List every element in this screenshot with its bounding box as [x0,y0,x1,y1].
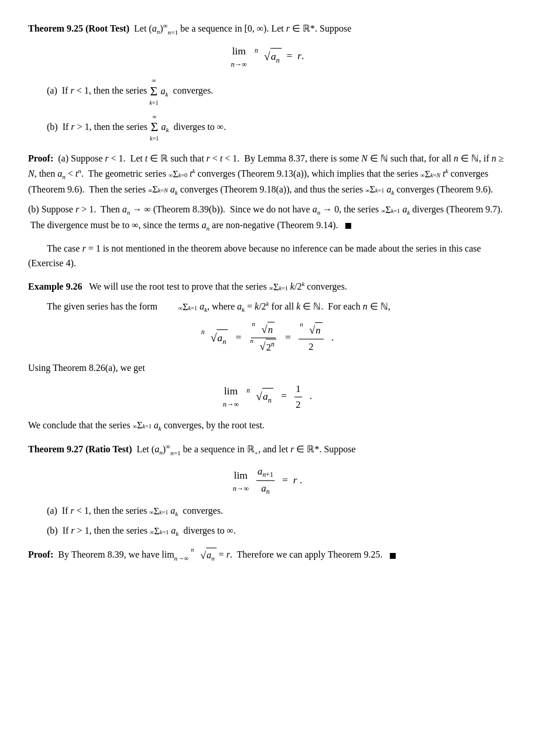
example-926-text2: The given series has the form ∞Σk=1 ak, … [28,299,507,315]
theorem-925-limit: lim n→∞ n √an = r. [28,43,507,70]
example-926-limit: lim n→∞ n √an = 1 2 . [28,382,507,413]
theorem-927-limit: lim n→∞ an+1 an = r . [28,464,507,498]
example-926-text3: Using Theorem 8.26(a), we get [28,361,507,376]
remark-r1: The case r = 1 is not mentioned in the t… [28,242,507,271]
example-926-conclude: We conclude that the series ∞Σk=1 ak con… [28,418,507,434]
example-926-text1: Example 9.26 We will use the root test t… [28,279,507,294]
theorem-927: Theorem 9.27 (Ratio Test) Let (an)∞n=1 b… [28,442,507,539]
proof-925-text-b: (b) Suppose r > 1. Then an → ∞ (Theorem … [28,202,507,233]
qed-square [345,223,351,229]
proof-927: Proof: By Theorem 8.39, we have limn→∞ n… [28,548,507,564]
proof-927-text: Proof: By Theorem 8.39, we have limn→∞ n… [28,548,507,564]
proof-925: Proof: (a) Suppose r < 1. Let t ∈ ℝ such… [28,152,507,233]
qed-square-2 [390,553,396,559]
theorem-925: Theorem 9.25 (Root Test) Let (an)∞n=1 be… [28,21,507,143]
theorem-927-part-a: (a) If r < 1, then the series ∞Σk=1 ak c… [47,504,507,520]
theorem-925-title: Theorem 9.25 (Root Test) [28,23,129,33]
theorem-925-part-a: (a) If r < 1, then the series ∞ Σ k=1 ak… [47,76,507,107]
example-926-formula1: n √an = n √n n √2n = n [28,321,507,355]
theorem-927-text: Theorem 9.27 (Ratio Test) Let (an)∞n=1 b… [28,442,507,458]
theorem-927-part-b: (b) If r > 1, then the series ∞Σk=1 ak d… [47,524,507,539]
remark-text: The case r = 1 is not mentioned in the t… [28,242,507,271]
theorem-927-title: Theorem 9.27 (Ratio Test) [28,444,132,454]
example-926-title: Example 9.26 [28,281,82,291]
example-926: Example 9.26 We will use the root test t… [28,279,507,434]
theorem-925-part-b: (b) If r > 1, then the series ∞ Σ k=1 ak… [47,112,507,143]
theorem-925-text: Theorem 9.25 (Root Test) Let (an)∞n=1 be… [28,21,507,37]
proof-925-text-a: Proof: (a) Suppose r < 1. Let t ∈ ℝ such… [28,152,507,198]
